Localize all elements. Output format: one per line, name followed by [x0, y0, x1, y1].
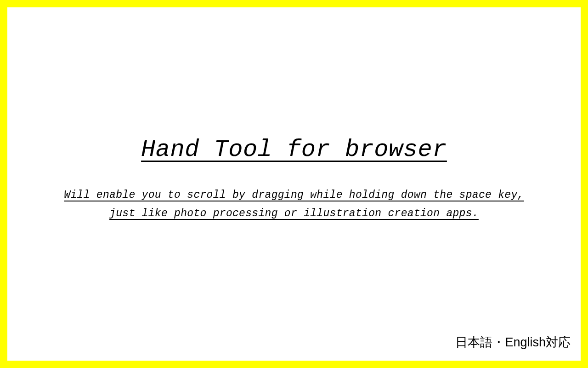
- promo-subtitle: Will enable you to scroll by dragging wh…: [64, 186, 524, 222]
- content-block: Hand Tool for browser Will enable you to…: [64, 136, 524, 222]
- promo-title: Hand Tool for browser: [141, 136, 447, 163]
- language-support-note: 日本語・English対応: [455, 334, 571, 351]
- promo-card: Hand Tool for browser Will enable you to…: [7, 7, 581, 361]
